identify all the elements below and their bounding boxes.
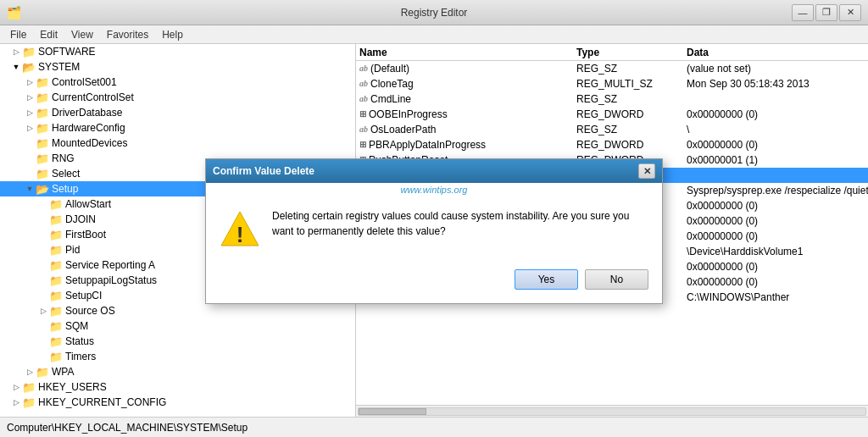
dialog-close-button[interactable]: ✕ — [638, 163, 655, 179]
dialog-message: Deleting certain registry values could c… — [272, 208, 648, 239]
dialog-body: ! Deleting certain registry values could… — [206, 195, 662, 263]
window-controls: — ❐ ✕ — [792, 4, 861, 21]
warning-icon: ! — [220, 208, 260, 249]
no-button[interactable]: No — [585, 269, 648, 290]
dialog-buttons: Yes No — [206, 263, 662, 303]
dialog-title: Confirm Value Delete — [213, 165, 314, 177]
svg-text:!: ! — [236, 222, 244, 247]
dialog-watermark: www.wintips.org — [206, 183, 662, 195]
warning-triangle-svg: ! — [220, 208, 260, 249]
dialog-title-bar: Confirm Value Delete ✕ — [206, 159, 662, 183]
dialog-overlay: Confirm Value Delete ✕ www.wintips.org !… — [0, 25, 868, 437]
close-button[interactable]: ✕ — [839, 4, 861, 21]
yes-button[interactable]: Yes — [515, 269, 578, 290]
confirm-dialog: Confirm Value Delete ✕ www.wintips.org !… — [205, 158, 663, 304]
title-bar: 🗂️ Registry Editor — ❐ ✕ — [0, 0, 868, 25]
minimize-button[interactable]: — — [792, 4, 814, 21]
restore-button[interactable]: ❐ — [815, 4, 837, 21]
app-icon: 🗂️ — [7, 6, 21, 19]
window-title: Registry Editor — [401, 7, 468, 19]
